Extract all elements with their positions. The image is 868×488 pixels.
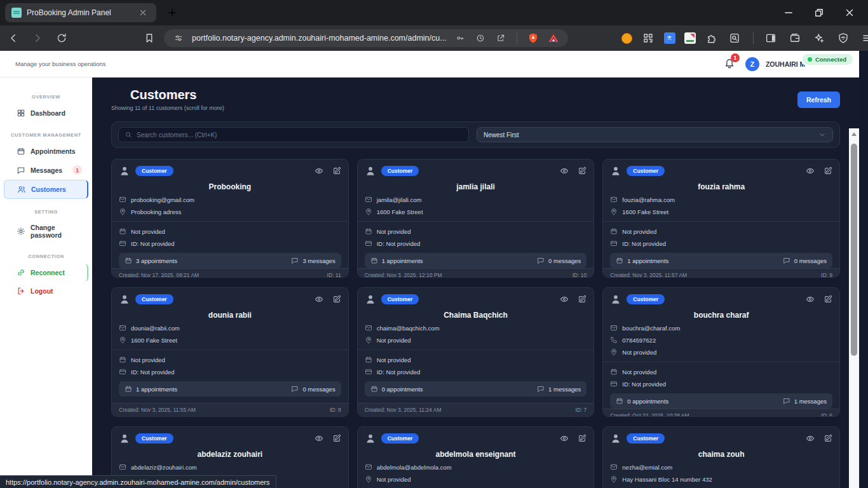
customer-type-badge: Customer	[135, 294, 173, 304]
edit-customer-pencil-icon[interactable]	[578, 166, 587, 175]
reload-icon[interactable]	[55, 31, 69, 45]
edit-customer-pencil-icon[interactable]	[332, 166, 341, 175]
history-clock-icon[interactable]	[473, 31, 487, 45]
sidebar-item-customers[interactable]: Customers	[4, 180, 88, 199]
notification-badge: 1	[731, 53, 740, 62]
share-icon[interactable]	[494, 31, 508, 45]
view-customer-eye-icon[interactable]	[315, 295, 323, 304]
calendar-icon	[365, 356, 372, 363]
scrollbar-thumb[interactable]	[851, 144, 857, 356]
main-content: Customers Showing 11 of 11 customers (sc…	[92, 78, 859, 488]
extensions-puzzle-icon[interactable]	[705, 31, 719, 45]
new-tab-icon[interactable]	[165, 6, 179, 20]
site-settings-icon[interactable]	[172, 31, 186, 45]
chat-icon	[291, 257, 299, 264]
search-input[interactable]	[137, 132, 463, 139]
customer-type-badge: Customer	[381, 433, 419, 444]
brave-shield-icon[interactable]	[526, 31, 540, 45]
url-text[interactable]: portfolio.notary-agency.admin.zouhairi-m…	[192, 34, 447, 43]
customer-avatar-icon	[610, 294, 621, 305]
back-icon[interactable]	[6, 31, 20, 45]
mail-icon	[365, 463, 372, 471]
menu-hamburger-icon[interactable]	[860, 31, 868, 45]
sidebar-item-dashboard[interactable]: Dashboard	[4, 104, 88, 122]
card-footer: Created: Nov 3, 2025, 11:55 AM ID: 8	[112, 403, 348, 416]
edit-customer-pencil-icon[interactable]	[824, 166, 832, 175]
view-customer-eye-icon[interactable]	[806, 166, 815, 175]
edit-customer-pencil-icon[interactable]	[332, 434, 341, 443]
edit-customer-pencil-icon[interactable]	[578, 295, 587, 304]
url-bar[interactable]: portfolio.notary-agency.admin.zouhairi-m…	[164, 29, 568, 47]
vpn-shield-icon[interactable]	[836, 31, 850, 45]
customer-schedule-row: Not provided	[365, 356, 587, 363]
customer-id: ID: 10	[573, 272, 587, 278]
wallet-icon[interactable]	[788, 31, 802, 45]
edit-customer-pencil-icon[interactable]	[824, 434, 832, 443]
sort-select[interactable]: Newest First	[477, 127, 833, 142]
web-page: Manage your business operations 1 Z ZOUH…	[0, 51, 859, 488]
refresh-button[interactable]: Refresh	[797, 92, 840, 108]
view-customer-eye-icon[interactable]	[806, 295, 815, 304]
restore-icon[interactable]	[812, 6, 826, 20]
customer-card: Customer fouzia rahma fouzia@rahma.com 1…	[602, 159, 840, 278]
extension-orange-icon[interactable]	[621, 33, 632, 44]
close-icon[interactable]	[843, 6, 857, 20]
scroll-up-arrow[interactable]	[849, 130, 859, 139]
edit-customer-pencil-icon[interactable]	[332, 295, 341, 304]
extension-downloader-icon[interactable]	[684, 32, 696, 44]
browser-window: ProBooking Admin Panel portfolio.notary-…	[0, 0, 868, 488]
customer-card: Customer chaima zouh nezha@emial.com Hay…	[602, 426, 840, 488]
app-header: Manage your business operations 1 Z ZOUH…	[0, 51, 859, 78]
sidebar-item-reconnect[interactable]: Reconnect	[4, 264, 88, 281]
browser-tab[interactable]: ProBooking Admin Panel	[5, 3, 156, 22]
chat-icon	[783, 257, 790, 264]
connection-status-badge: Connected	[803, 54, 853, 65]
view-customer-eye-icon[interactable]	[560, 434, 569, 443]
connected-dot-icon	[808, 57, 812, 62]
page-scrollbar[interactable]	[849, 128, 859, 488]
customer-created: Created: Nov 3, 2025, 11:57 AM	[610, 272, 687, 278]
customer-card: Customer Chaima Baqchich chaima@baqchich…	[357, 287, 595, 417]
tab-close-icon[interactable]	[136, 6, 150, 20]
extension-translate-icon[interactable]	[664, 32, 675, 44]
view-customer-eye-icon[interactable]	[560, 166, 569, 175]
search-box[interactable]	[118, 127, 469, 142]
customer-created: Created: Nov 17, 2025, 09:21 AM	[119, 272, 199, 278]
sidebar-item-messages[interactable]: Messages 1	[4, 161, 88, 179]
view-customer-eye-icon[interactable]	[806, 434, 815, 443]
notification-bell-icon[interactable]: 1	[724, 57, 735, 71]
mail-icon	[610, 324, 618, 332]
sidebar: OVERVIEW Dashboard CUSTOMER MANAGEMENT A…	[0, 78, 92, 488]
appointments-stat: 3 appointments	[125, 257, 177, 264]
customer-stats-bar: 0 appointments 1 messages	[365, 381, 587, 396]
browser-titlebar: ProBooking Admin Panel	[0, 0, 868, 25]
customer-email-row: bouchra@charaf.com	[610, 324, 832, 332]
page-title: Customers	[130, 88, 840, 102]
appointments-stat: 0 appointments	[616, 397, 668, 405]
customer-card: Customer abdelmola enseignant abdelmola@…	[357, 426, 595, 488]
customer-name: chaima zouh	[610, 450, 832, 459]
card-divider	[603, 362, 839, 362]
customer-stats-bar: 1 appointments 0 messages	[119, 381, 341, 396]
brave-rewards-icon[interactable]	[546, 31, 560, 45]
customer-address-row: 1600 Fake Street	[365, 208, 587, 215]
sidebar-item-change-password[interactable]: Change password	[4, 219, 88, 243]
find-in-page-icon[interactable]	[728, 31, 742, 45]
extension-qr-icon[interactable]	[641, 31, 655, 45]
edit-customer-pencil-icon[interactable]	[578, 434, 587, 443]
minimize-icon[interactable]	[782, 6, 796, 20]
forward-icon[interactable]	[31, 31, 44, 45]
sidebar-item-logout[interactable]: Logout	[4, 282, 88, 300]
customer-email-row: dounia@rabii.com	[119, 324, 341, 332]
password-key-icon[interactable]	[453, 31, 467, 45]
edit-customer-pencil-icon[interactable]	[824, 295, 832, 304]
calendar-icon	[125, 257, 132, 264]
bookmarks-icon[interactable]	[144, 31, 155, 45]
user-avatar[interactable]: Z	[745, 57, 759, 71]
leo-ai-sparkle-icon[interactable]	[812, 31, 826, 45]
sidebar-item-appointments[interactable]: Appointments	[4, 142, 88, 160]
side-panel-icon[interactable]	[764, 31, 778, 45]
view-customer-eye-icon[interactable]	[560, 295, 569, 304]
view-customer-eye-icon[interactable]	[315, 166, 323, 175]
view-customer-eye-icon[interactable]	[315, 434, 323, 443]
